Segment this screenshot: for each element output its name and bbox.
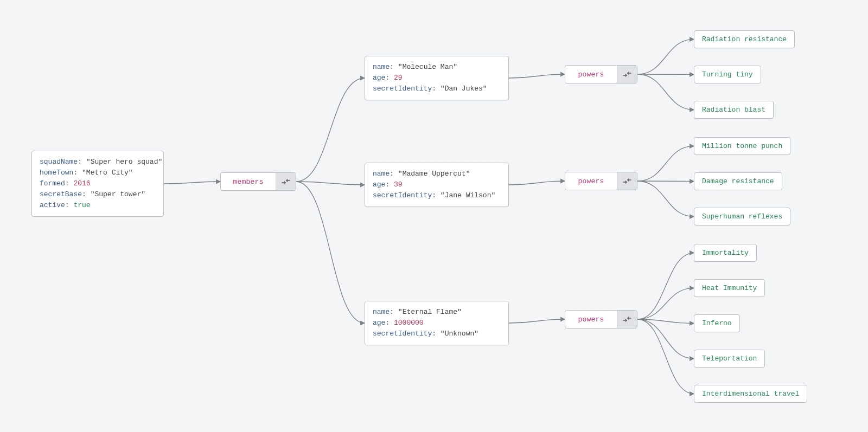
kv-row: active: true	[40, 200, 156, 211]
kv-row: name: "Molecule Man"	[373, 62, 501, 73]
kv-row: squadName: "Super hero squad"	[40, 157, 156, 167]
kv-row: name: "Eternal Flame"	[373, 307, 501, 318]
members-array-node[interactable]: members	[220, 172, 296, 191]
array-label: powers	[565, 172, 617, 190]
member-object-node[interactable]: name: "Eternal Flame" age: 1000000 secre…	[365, 301, 509, 345]
member-object-node[interactable]: name: "Molecule Man" age: 29 secretIdent…	[365, 56, 509, 100]
expand-handle-icon[interactable]	[617, 172, 637, 190]
power-leaf-node[interactable]: Immortality	[694, 244, 757, 262]
array-label: powers	[565, 311, 617, 328]
power-leaf-node[interactable]: Teleportation	[694, 350, 765, 367]
expand-handle-icon[interactable]	[617, 311, 637, 328]
array-label: powers	[565, 66, 617, 83]
power-leaf-node[interactable]: Turning tiny	[694, 66, 761, 83]
kv-row: secretIdentity: "Unknown"	[373, 328, 501, 339]
kv-row: secretBase: "Super tower"	[40, 189, 156, 200]
power-leaf-node[interactable]: Superhuman reflexes	[694, 208, 790, 225]
powers-array-node[interactable]: powers	[565, 310, 637, 328]
array-label: members	[221, 173, 276, 190]
power-leaf-node[interactable]: Heat Immunity	[694, 279, 765, 297]
power-leaf-node[interactable]: Inferno	[694, 314, 740, 332]
root-object-node[interactable]: squadName: "Super hero squad" homeTown: …	[31, 151, 164, 217]
kv-row: homeTown: "Metro City"	[40, 167, 156, 178]
kv-row: secretIdentity: "Dan Jukes"	[373, 83, 501, 94]
kv-row: name: "Madame Uppercut"	[373, 169, 501, 179]
power-leaf-node[interactable]: Radiation resistance	[694, 30, 795, 48]
kv-row: formed: 2016	[40, 178, 156, 189]
power-leaf-node[interactable]: Damage resistance	[694, 172, 782, 190]
kv-row: age: 29	[373, 73, 501, 83]
expand-handle-icon[interactable]	[276, 173, 296, 190]
member-object-node[interactable]: name: "Madame Uppercut" age: 39 secretId…	[365, 163, 509, 207]
power-leaf-node[interactable]: Interdimensional travel	[694, 385, 807, 403]
kv-row: secretIdentity: "Jane Wilson"	[373, 190, 501, 201]
kv-row: age: 1000000	[373, 318, 501, 328]
power-leaf-node[interactable]: Radiation blast	[694, 101, 774, 119]
kv-row: age: 39	[373, 179, 501, 190]
power-leaf-node[interactable]: Million tonne punch	[694, 137, 790, 155]
expand-handle-icon[interactable]	[617, 66, 637, 83]
powers-array-node[interactable]: powers	[565, 172, 637, 190]
powers-array-node[interactable]: powers	[565, 65, 637, 83]
diagram-canvas: { "root": { "squadName": { "key": "squad…	[0, 0, 868, 432]
